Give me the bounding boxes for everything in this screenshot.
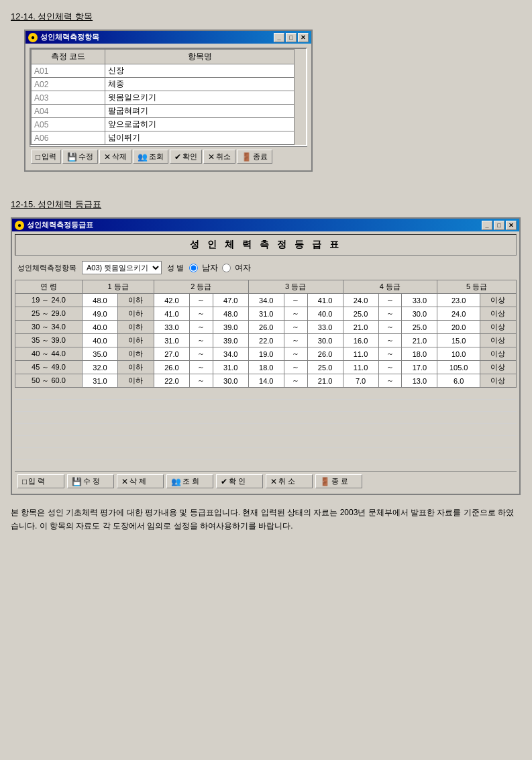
window2-maximize[interactable]: □ [494, 221, 504, 230]
table-row: A06 넓이뛰기 [32, 131, 306, 145]
window1-maximize[interactable]: □ [286, 33, 297, 42]
g1-val: 48.0 [83, 294, 118, 307]
btn-exit[interactable]: 🚪종료 [237, 150, 272, 164]
empty-row [15, 412, 517, 424]
window2-toolbar: □입 력💾수 정✕삭 제👥조 회✔확 인✕취 소🚪종 료 [15, 471, 517, 491]
window1-icon: ● [28, 33, 38, 42]
g3-from: 14.0 [248, 374, 284, 388]
window1-close[interactable]: ✕ [298, 33, 309, 42]
g3-to: 33.0 [307, 321, 343, 334]
g2-from: 42.0 [154, 294, 189, 307]
g2-from: 22.0 [154, 374, 189, 388]
search-label: 조회 [149, 152, 164, 162]
g4-from: 25.0 [343, 307, 378, 321]
col-grade3: 3 등급 [248, 280, 343, 294]
window2: ● 성인체력측정등급표 _ □ ✕ 성 인 체 력 측 정 등 급 표 성인체력… [11, 217, 521, 495]
delete-icon: ✕ [104, 152, 111, 162]
delete-label: 삭제 [112, 152, 127, 162]
g3-from: 31.0 [248, 307, 284, 321]
g2-from: 31.0 [154, 334, 189, 347]
window2-minimize[interactable]: _ [482, 221, 492, 230]
item-name: 앞으로굽히기 [105, 118, 295, 131]
btn2-search[interactable]: 👥조 회 [166, 474, 213, 488]
item-name: 팔굽혀펴기 [105, 105, 295, 118]
g4-tilde: ～ [378, 294, 402, 307]
age-cell: 35 ～ 39.0 [15, 334, 83, 347]
age-cell: 40 ～ 44.0 [15, 347, 83, 361]
g3-from: 18.0 [248, 361, 284, 374]
grade-row: 45 ～ 49.0 32.0 이하 26.0 ～ 31.0 18.0 ～ 25.… [15, 361, 517, 374]
empty-row [15, 436, 517, 448]
edit-label: 수정 [78, 152, 93, 162]
btn2-edit[interactable]: 💾수 정 [67, 474, 114, 488]
g4-to: 25.0 [402, 321, 437, 334]
radio-female[interactable] [222, 264, 231, 272]
btn2-exit[interactable]: 🚪종 료 [315, 474, 362, 488]
btn-delete[interactable]: ✕삭제 [99, 150, 131, 164]
item-name: 체중 [105, 78, 295, 91]
edit-label2: 수 정 [83, 476, 100, 486]
age-cell: 45 ～ 49.0 [15, 361, 83, 374]
btn2-input[interactable]: □입 력 [17, 474, 64, 488]
btn-search[interactable]: 👥조회 [133, 150, 168, 164]
btn-cancel[interactable]: ✕취소 [203, 150, 235, 164]
g2-to: 30.0 [213, 374, 248, 388]
g1-lbl: 이하 [117, 361, 154, 374]
window2-icon: ● [15, 221, 24, 230]
btn2-delete[interactable]: ✕삭 제 [117, 474, 164, 488]
input-icon: □ [36, 152, 40, 162]
btn2-cancel[interactable]: ✕취 소 [266, 474, 313, 488]
g2-to: 47.0 [213, 294, 248, 307]
window2-titlebar: ● 성인체력측정등급표 _ □ ✕ [12, 219, 519, 231]
exit-icon2: 🚪 [320, 477, 330, 486]
col-name-header: 항목명 [105, 50, 295, 64]
g2-from: 26.0 [154, 361, 189, 374]
btn-confirm[interactable]: ✔확인 [170, 150, 202, 164]
age-cell: 50 ～ 60.0 [15, 374, 83, 388]
g2-tilde: ～ [189, 294, 213, 307]
g4-tilde: ～ [378, 361, 402, 374]
radio-female-label: 여자 [235, 262, 251, 274]
g5-val: 20.0 [437, 321, 480, 334]
empty-row [15, 388, 517, 400]
g5-val: 24.0 [437, 307, 480, 321]
g4-to: 13.0 [402, 374, 437, 388]
g4-to: 30.0 [402, 307, 437, 321]
g1-val: 40.0 [83, 321, 118, 334]
grade-row: 50 ～ 60.0 31.0 이하 22.0 ～ 30.0 14.0 ～ 21.… [15, 374, 517, 388]
section2-label: 12-15. 성인체력 등급표 [11, 199, 521, 211]
confirm-label: 확인 [182, 152, 197, 162]
item-name: 넓이뛰기 [105, 131, 295, 145]
g1-val: 32.0 [83, 361, 118, 374]
g2-from: 33.0 [154, 321, 189, 334]
g2-tilde: ～ [189, 347, 213, 361]
g3-tilde: ～ [284, 374, 307, 388]
radio-male[interactable] [189, 264, 198, 272]
window1-minimize[interactable]: _ [274, 33, 284, 42]
grade-row: 40 ～ 44.0 35.0 이하 27.0 ～ 34.0 19.0 ～ 26.… [15, 347, 517, 361]
delete-icon2: ✕ [121, 477, 128, 486]
window1-title: 성인체력측정항목 [40, 32, 99, 42]
g2-to: 31.0 [213, 361, 248, 374]
g3-to: 21.0 [307, 374, 343, 388]
g1-val: 49.0 [83, 307, 118, 321]
confirm-icon: ✔ [174, 152, 181, 162]
window2-close[interactable]: ✕ [506, 221, 517, 230]
g5-lbl: 이상 [480, 294, 516, 307]
filter-dropdown[interactable]: A03) 윗몸일으키기 [82, 261, 162, 274]
btn2-confirm[interactable]: ✔확 인 [216, 474, 263, 488]
btn-input[interactable]: □입력 [31, 150, 61, 164]
col-grade2: 2 등급 [154, 280, 248, 294]
btn-edit[interactable]: 💾수정 [62, 150, 98, 164]
g1-lbl: 이하 [117, 321, 154, 334]
input-label2: 입 력 [28, 476, 45, 486]
gender-label: 성 별 [167, 263, 184, 273]
section1-label: 12-14. 성인체력 항목 [11, 11, 521, 23]
g2-tilde: ～ [189, 361, 213, 374]
g2-to: 39.0 [213, 334, 248, 347]
g3-to: 25.0 [307, 361, 343, 374]
g4-to: 33.0 [402, 294, 437, 307]
table-row: A02 체중 [32, 78, 306, 91]
g4-tilde: ～ [378, 307, 402, 321]
item-code: A06 [32, 131, 105, 145]
